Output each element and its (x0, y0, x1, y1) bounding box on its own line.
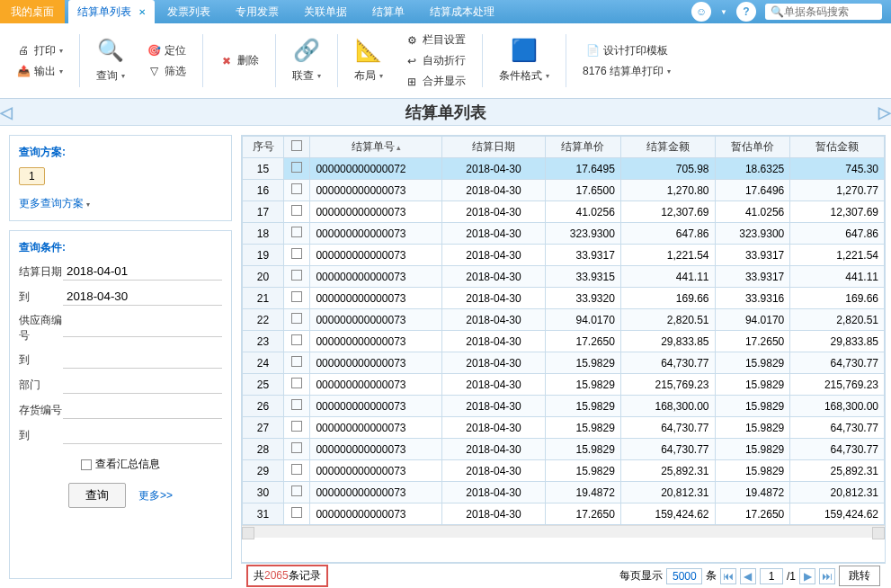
col-a1[interactable]: 结算金额 (620, 137, 715, 158)
cell-check[interactable] (284, 396, 310, 417)
cell-check[interactable] (284, 266, 310, 288)
tab-link-0[interactable]: 发票列表 (155, 4, 223, 20)
filter-button[interactable]: ▽筛选 (143, 62, 190, 81)
help-icon[interactable]: ? (736, 2, 756, 22)
cell-check[interactable] (284, 460, 310, 482)
col-seq[interactable]: 序号 (243, 137, 284, 158)
autowrap-button[interactable]: ↩自动折行 (401, 51, 469, 70)
checkbox-icon[interactable] (291, 442, 302, 453)
table-row[interactable]: 260000000000000732018-04-3015.9829168,30… (243, 396, 885, 417)
col-a2[interactable]: 暂估金额 (790, 137, 885, 158)
stock-from-input[interactable] (63, 401, 222, 419)
checkbox-icon[interactable] (291, 183, 302, 194)
checkbox-icon[interactable] (291, 227, 302, 237)
table-row[interactable]: 240000000000000732018-04-3015.982964,730… (243, 352, 885, 374)
merge-button[interactable]: ⊞合并显示 (401, 72, 469, 91)
close-icon[interactable]: ✕ (138, 7, 146, 17)
cell-check[interactable] (284, 417, 310, 439)
checkbox-icon[interactable] (291, 507, 302, 518)
cell-check[interactable] (284, 352, 310, 374)
table-row[interactable]: 160000000000000732018-04-3017.65001,270.… (243, 180, 885, 201)
table-row[interactable]: 150000000000000722018-04-3017.6495705.98… (243, 158, 885, 180)
tab-link-1[interactable]: 专用发票 (223, 4, 291, 20)
checkbox-icon[interactable] (291, 205, 302, 216)
table-row[interactable]: 190000000000000732018-04-3033.93171,221.… (243, 245, 885, 266)
cell-check[interactable] (284, 201, 310, 223)
checkbox-icon[interactable] (291, 378, 302, 388)
scroll-right-icon[interactable]: ▷ (878, 99, 891, 126)
date-from-input[interactable] (63, 263, 222, 281)
checkbox-icon[interactable] (291, 464, 302, 475)
cell-check[interactable] (284, 223, 310, 245)
cell-check[interactable] (284, 309, 310, 331)
stock-to-input[interactable] (63, 426, 222, 444)
tab-link-3[interactable]: 结算单 (360, 4, 417, 20)
supplier-from-input[interactable] (63, 319, 222, 337)
more-link[interactable]: 更多>> (138, 488, 173, 503)
tab-link-4[interactable]: 结算成本处理 (417, 4, 507, 20)
col-check[interactable] (284, 137, 310, 158)
table-row[interactable]: 210000000000000732018-04-3033.9320169.66… (243, 288, 885, 309)
print-button[interactable]: 🖨打印▾ (13, 41, 67, 60)
dept-input[interactable] (63, 376, 222, 394)
condfmt-button[interactable]: 条件格式 ▾ (495, 67, 553, 85)
query-button[interactable]: 查询 ▾ (93, 67, 129, 85)
cell-check[interactable] (284, 503, 310, 525)
cell-check[interactable] (284, 374, 310, 396)
checkbox-icon[interactable] (291, 140, 302, 151)
table-row[interactable]: 280000000000000732018-04-3015.982964,730… (243, 439, 885, 460)
chevron-down-icon[interactable]: ▼ (720, 8, 727, 16)
col-date[interactable]: 结算日期 (441, 137, 545, 158)
tab-active[interactable]: 结算单列表 ✕ (68, 0, 155, 23)
scroll-left-icon[interactable]: ◁ (0, 99, 13, 126)
cell-check[interactable] (284, 439, 310, 460)
summary-checkbox[interactable] (81, 459, 92, 470)
table-row[interactable]: 290000000000000732018-04-3015.982925,892… (243, 460, 885, 482)
liancha-icon[interactable]: 🔗 (292, 36, 321, 65)
table-row[interactable]: 230000000000000732018-04-3017.265029,833… (243, 331, 885, 352)
jump-button[interactable]: 跳转 (839, 566, 880, 586)
search-input[interactable] (784, 5, 874, 18)
checkbox-icon[interactable] (291, 291, 302, 302)
supplier-to-input[interactable] (63, 351, 222, 369)
cell-check[interactable] (284, 482, 310, 503)
user-icon[interactable]: ☺ (691, 2, 711, 22)
condfmt-icon[interactable]: 🟦 (510, 36, 539, 65)
scheme-number[interactable]: 1 (19, 167, 45, 185)
table-row[interactable]: 200000000000000732018-04-3033.9315441.11… (243, 266, 885, 288)
layout-button[interactable]: 布局 ▾ (351, 67, 387, 85)
locate-button[interactable]: 🎯定位 (143, 41, 190, 60)
search-box[interactable]: 🔍 (765, 4, 882, 20)
table-row[interactable]: 250000000000000732018-04-3015.9829215,76… (243, 374, 885, 396)
col-p1[interactable]: 结算单价 (546, 137, 621, 158)
tab-link-2[interactable]: 关联单据 (291, 4, 360, 20)
delete-button[interactable]: ✖删除 (216, 51, 263, 70)
cell-check[interactable] (284, 180, 310, 201)
cell-check[interactable] (284, 245, 310, 266)
col-no[interactable]: 结算单号▴ (310, 137, 442, 158)
cell-check[interactable] (284, 288, 310, 309)
tab-desktop[interactable]: 我的桌面 (0, 0, 65, 23)
horizontal-scrollbar[interactable] (242, 525, 885, 538)
checkbox-icon[interactable] (291, 421, 302, 432)
checkbox-icon[interactable] (291, 356, 302, 367)
output-button[interactable]: 📤输出▾ (13, 62, 67, 81)
checkbox-icon[interactable] (291, 248, 302, 259)
settleprint-button[interactable]: 8176 结算单打印▾ (579, 62, 674, 81)
cell-check[interactable] (284, 158, 310, 180)
checkbox-icon[interactable] (291, 486, 302, 496)
more-scheme-link[interactable]: 更多查询方案 ▾ (19, 196, 90, 211)
table-row[interactable]: 270000000000000732018-04-3015.982964,730… (243, 417, 885, 439)
perpage-input[interactable]: 5000 (666, 568, 702, 584)
query-icon[interactable]: 🔍 (96, 36, 125, 65)
prev-page-button[interactable]: ◀ (740, 568, 756, 584)
next-page-button[interactable]: ▶ (799, 568, 815, 584)
table-row[interactable]: 310000000000000732018-04-3017.2650159,42… (243, 503, 885, 525)
table-row[interactable]: 180000000000000732018-04-30323.9300647.8… (243, 223, 885, 245)
liancha-button[interactable]: 联查 ▾ (289, 67, 325, 85)
table-row[interactable]: 220000000000000732018-04-3094.01702,820.… (243, 309, 885, 331)
colset-button[interactable]: ⚙栏目设置 (401, 31, 469, 49)
designtpl-button[interactable]: 📄设计打印模板 (582, 41, 672, 60)
cell-check[interactable] (284, 331, 310, 352)
last-page-button[interactable]: ⏭ (819, 568, 835, 584)
